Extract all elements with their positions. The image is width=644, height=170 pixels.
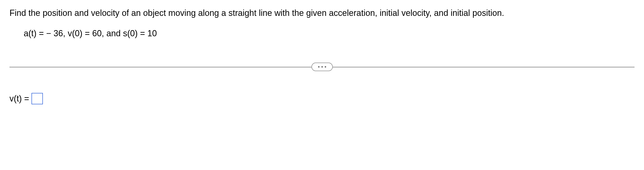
question-prompt: Find the position and velocity of an obj… <box>10 7 634 19</box>
section-divider <box>10 62 634 72</box>
answer-label: v(t) = <box>10 94 29 104</box>
velocity-input[interactable] <box>32 93 43 104</box>
divider-expand-button[interactable] <box>312 63 333 71</box>
question-equation: a(t) = − 36, v(0) = 60, and s(0) = 10 <box>24 29 634 38</box>
ellipsis-icon <box>322 66 323 68</box>
ellipsis-icon <box>325 66 326 68</box>
answer-row: v(t) = <box>10 93 634 104</box>
ellipsis-icon <box>318 66 320 68</box>
